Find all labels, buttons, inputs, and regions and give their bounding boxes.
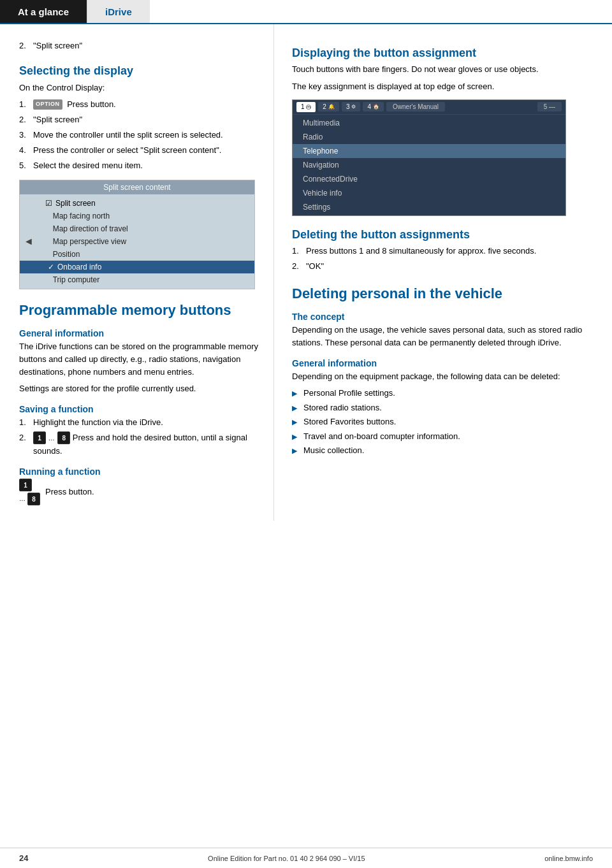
delete-step1-text: Press buttons 1 and 8 simultaneously for…	[306, 245, 593, 257]
bullet-arrow-icon-4: ▶	[292, 431, 298, 442]
idrive-btn-owner: Owner's Manual	[386, 102, 445, 112]
bullet-arrow-icon-3: ▶	[292, 417, 298, 428]
running-function-subheading: Running a function	[19, 467, 262, 477]
tab-at-a-glance[interactable]: At a glance	[0, 0, 87, 23]
delete-step-1: 1. Press buttons 1 and 8 simultaneously …	[292, 245, 593, 257]
delete-step2-text: "OK"	[306, 260, 593, 273]
idrive-menu-navigation: Navigation	[293, 158, 565, 172]
bullet-item-5: ▶ Music collection.	[292, 444, 593, 457]
idrive-menu-connecteddrive: ConnectedDrive	[293, 172, 565, 186]
save-step-2: 2. 1 … 8 Press and hold the desired butt…	[19, 431, 262, 457]
run-dots-icon: …	[19, 495, 26, 502]
programmable-memory-heading: Programmable memory buttons	[19, 302, 262, 319]
run-btn-8-icon: 8	[27, 493, 40, 505]
displaying-button-assignment-section: Displaying the button assignment Touch b…	[292, 46, 593, 216]
main-content: 2. "Split screen" Selecting the display …	[0, 24, 612, 521]
idrive-btn-4: 4 🏠	[363, 102, 384, 112]
idrive-btn-5: 5 —	[537, 102, 562, 112]
save-step1-num: 1.	[19, 416, 33, 429]
header-tabs: At a glance iDrive	[0, 0, 612, 24]
idrive-menu-radio: Radio	[293, 130, 565, 144]
bullet-item-2: ▶ Stored radio stations.	[292, 401, 593, 414]
split-screen-menu-graphic: Split screen content ◄ ☑ Split screen Ma…	[19, 180, 255, 289]
selecting-display-intro: On the Control Display:	[19, 82, 262, 94]
mem-btn-8-icon: 8	[57, 431, 70, 444]
displaying-btn-heading: Displaying the button assignment	[292, 46, 593, 61]
menu-item-position: Position	[45, 248, 254, 261]
footer-center-text: Online Edition for Part no. 01 40 2 964 …	[208, 855, 365, 862]
idrive-menu-settings: Settings	[293, 200, 565, 214]
bullet-text-3: Stored Favorites buttons.	[303, 416, 396, 428]
deleting-btn-heading: Deleting the button assignments	[292, 228, 593, 242]
bullet-text-2: Stored radio stations.	[303, 401, 382, 414]
displaying-btn-text2: The key assignment is displayed at top e…	[292, 80, 593, 93]
tab-idrive[interactable]: iDrive	[87, 0, 150, 23]
step2-num: 2.	[19, 113, 33, 126]
deleting-personal-heading: Deleting personal in the vehicle	[292, 286, 593, 302]
bullet-text-5: Music collection.	[303, 444, 364, 457]
bullet-text-4: Travel and on-board comupter information…	[303, 430, 460, 443]
step4-num: 4.	[19, 144, 33, 157]
selecting-display-heading: Selecting the display	[19, 64, 262, 78]
programmable-memory-section: Programmable memory buttons General info…	[19, 302, 262, 505]
step2-text: "Split screen"	[33, 113, 262, 126]
menu-title-bar: Split screen content	[20, 180, 254, 194]
deleting-personal-section: Deleting personal in the vehicle The con…	[292, 286, 593, 456]
mem-btn-1-icon: 1	[33, 431, 46, 444]
idrive-menu-vehicleinfo: Vehicle info	[293, 186, 565, 200]
save-step-1: 1. Highlight the function via the iDrive…	[19, 416, 262, 429]
tab-active-label: At a glance	[18, 6, 69, 17]
left-column: 2. "Split screen" Selecting the display …	[0, 24, 274, 521]
right-column: Displaying the button assignment Touch b…	[274, 24, 612, 521]
step-number: 2.	[19, 40, 33, 52]
idrive-menu-telephone: Telephone	[293, 144, 565, 158]
general-info2-subheading: General information	[292, 358, 593, 368]
deleting-button-assignments-section: Deleting the button assignments 1. Press…	[292, 228, 593, 273]
bullet-list: ▶ Personal Profile settings. ▶ Stored ra…	[292, 387, 593, 457]
page-number: 24	[19, 853, 28, 863]
select-step-4: 4. Press the controller or select "Split…	[19, 144, 262, 157]
general-info-text1: The iDrive functions can be stored on th…	[19, 340, 262, 379]
step1-num: 1.	[19, 98, 33, 111]
checkmark-icon: ☑	[45, 199, 52, 208]
save-step2-text: 1 … 8 Press and hold the desired button,…	[33, 431, 262, 457]
idrive-btn-2: 2 🔔	[318, 102, 339, 112]
bullet-item-1: ▶ Personal Profile settings.	[292, 387, 593, 400]
footer: 24 Online Edition for Part no. 01 40 2 9…	[0, 848, 612, 868]
bullet-arrow-icon: ▶	[292, 388, 298, 399]
bullet-item-3: ▶ Stored Favorites buttons.	[292, 416, 593, 428]
nav-arrow-icon: ◄	[24, 236, 34, 247]
saving-function-subheading: Saving a function	[19, 404, 262, 414]
idrive-btn-3: 3 ⚙	[342, 102, 361, 112]
save-step1-text: Highlight the function via the iDrive.	[33, 416, 262, 429]
bullet-item-4: ▶ Travel and on-board comupter informati…	[292, 430, 593, 443]
general-info-text2: Settings are stored for the profile curr…	[19, 382, 262, 395]
menu-item-split-screen: ☑ Split screen	[45, 197, 254, 210]
select-step-3: 3. Move the controller until the split s…	[19, 129, 262, 141]
step-text: "Split screen"	[33, 40, 262, 52]
step1-text: OPTION Press button.	[33, 98, 262, 111]
select-step-2: 2. "Split screen"	[19, 113, 262, 126]
delete-step2-num: 2.	[292, 260, 306, 273]
idrive-top-bar: 1 ⓜ 2 🔔 3 ⚙ 4 🏠 Owner's Manual 5 —	[293, 100, 565, 115]
bullet-text-1: Personal Profile settings.	[303, 387, 395, 400]
step3-text: Move the controller until the split scre…	[33, 129, 262, 141]
option-button-icon: OPTION	[33, 99, 62, 110]
general-info2-intro: Depending on the equipment package, the …	[292, 370, 593, 383]
step3-num: 3.	[19, 129, 33, 141]
selecting-display-section: Selecting the display On the Control Dis…	[19, 64, 262, 289]
menu-item-map-perspective: Map perspective view	[45, 235, 254, 248]
select-step-1: 1. OPTION Press button.	[19, 98, 262, 111]
concept-text: Depending on the usage, the vehicle save…	[292, 324, 593, 349]
idrive-display-graphic: 1 ⓜ 2 🔔 3 ⚙ 4 🏠 Owner's Manual 5 — Multi…	[292, 99, 566, 216]
split-screen-step2: 2. "Split screen"	[19, 40, 262, 52]
running-function-step: 1 … 8 Press button.	[19, 479, 262, 505]
idrive-menu-multimedia: Multimedia	[293, 116, 565, 130]
delete-step1-num: 1.	[292, 245, 306, 257]
idrive-menu: Multimedia Radio Telephone Navigation Co…	[293, 115, 565, 215]
save-step2-num: 2.	[19, 431, 33, 457]
menu-item-trip-computer: Trip computer	[45, 273, 254, 286]
menu-item-map-north: Map facing north	[45, 210, 254, 222]
displaying-btn-text1: Touch buttons with bare fingers. Do not …	[292, 63, 593, 76]
delete-step-2: 2. "OK"	[292, 260, 593, 273]
